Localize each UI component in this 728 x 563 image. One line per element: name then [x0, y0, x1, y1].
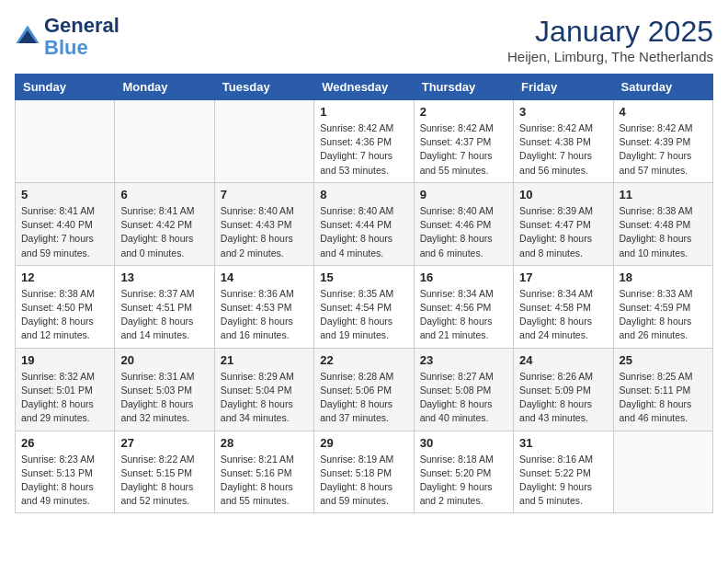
- week-row-5: 26Sunrise: 8:23 AMSunset: 5:13 PMDayligh…: [16, 431, 713, 513]
- day-info: Sunrise: 8:33 AMSunset: 4:59 PMDaylight:…: [620, 287, 707, 343]
- day-info: Sunrise: 8:42 AMSunset: 4:36 PMDaylight:…: [320, 121, 407, 178]
- day-info: Sunrise: 8:40 AMSunset: 4:43 PMDaylight:…: [221, 204, 308, 260]
- day-number: 12: [21, 270, 108, 284]
- day-number: 15: [320, 270, 407, 284]
- calendar-cell: 12Sunrise: 8:38 AMSunset: 4:50 PMDayligh…: [16, 265, 115, 348]
- day-info: Sunrise: 8:26 AMSunset: 5:09 PMDaylight:…: [519, 370, 607, 426]
- calendar-cell: 5Sunrise: 8:41 AMSunset: 4:40 PMDaylight…: [16, 182, 115, 265]
- day-info: Sunrise: 8:27 AMSunset: 5:08 PMDaylight:…: [420, 370, 507, 426]
- day-info: Sunrise: 8:22 AMSunset: 5:15 PMDaylight:…: [120, 453, 208, 509]
- week-row-2: 5Sunrise: 8:41 AMSunset: 4:40 PMDaylight…: [16, 182, 713, 265]
- calendar-cell: 22Sunrise: 8:28 AMSunset: 5:06 PMDayligh…: [314, 348, 414, 431]
- calendar-cell: 18Sunrise: 8:33 AMSunset: 4:59 PMDayligh…: [613, 265, 712, 348]
- weekday-header-thursday: Thursday: [414, 75, 513, 100]
- day-info: Sunrise: 8:35 AMSunset: 4:54 PMDaylight:…: [320, 287, 407, 343]
- calendar-cell: 27Sunrise: 8:22 AMSunset: 5:15 PMDayligh…: [115, 431, 214, 513]
- day-info: Sunrise: 8:31 AMSunset: 5:03 PMDaylight:…: [120, 370, 208, 426]
- day-number: 30: [420, 436, 507, 450]
- weekday-header-wednesday: Wednesday: [314, 75, 414, 100]
- calendar-cell: 3Sunrise: 8:42 AMSunset: 4:38 PMDaylight…: [514, 100, 613, 183]
- calendar-cell: 11Sunrise: 8:38 AMSunset: 4:48 PMDayligh…: [613, 182, 712, 265]
- day-info: Sunrise: 8:32 AMSunset: 5:01 PMDaylight:…: [21, 370, 108, 426]
- day-info: Sunrise: 8:34 AMSunset: 4:56 PMDaylight:…: [420, 287, 507, 343]
- day-info: Sunrise: 8:42 AMSunset: 4:37 PMDaylight:…: [420, 121, 507, 178]
- calendar-cell: 17Sunrise: 8:34 AMSunset: 4:58 PMDayligh…: [514, 265, 613, 348]
- logo-icon: [15, 24, 40, 50]
- calendar-cell: 23Sunrise: 8:27 AMSunset: 5:08 PMDayligh…: [414, 348, 513, 431]
- day-number: 28: [221, 436, 308, 450]
- month-title: January 2025: [507, 15, 713, 49]
- day-number: 18: [620, 270, 707, 284]
- day-number: 2: [420, 105, 507, 119]
- calendar-cell: [115, 100, 214, 183]
- day-info: Sunrise: 8:40 AMSunset: 4:46 PMDaylight:…: [420, 204, 507, 260]
- day-number: 22: [320, 353, 407, 367]
- day-info: Sunrise: 8:42 AMSunset: 4:38 PMDaylight:…: [519, 121, 607, 178]
- weekday-header-row: SundayMondayTuesdayWednesdayThursdayFrid…: [16, 75, 713, 100]
- day-number: 27: [120, 436, 208, 450]
- day-info: Sunrise: 8:41 AMSunset: 4:42 PMDaylight:…: [120, 204, 208, 260]
- day-number: 5: [21, 188, 108, 201]
- day-number: 8: [320, 188, 407, 201]
- day-info: Sunrise: 8:23 AMSunset: 5:13 PMDaylight:…: [21, 453, 108, 509]
- day-number: 6: [120, 188, 208, 201]
- day-number: 4: [620, 105, 707, 119]
- day-number: 14: [221, 270, 308, 284]
- calendar-cell: 6Sunrise: 8:41 AMSunset: 4:42 PMDaylight…: [115, 182, 214, 265]
- calendar-cell: 2Sunrise: 8:42 AMSunset: 4:37 PMDaylight…: [414, 100, 513, 183]
- calendar-cell: 13Sunrise: 8:37 AMSunset: 4:51 PMDayligh…: [115, 265, 214, 348]
- calendar-cell: [613, 431, 712, 513]
- day-info: Sunrise: 8:19 AMSunset: 5:18 PMDaylight:…: [320, 453, 407, 509]
- day-info: Sunrise: 8:18 AMSunset: 5:20 PMDaylight:…: [420, 453, 507, 509]
- day-number: 25: [620, 353, 707, 367]
- day-info: Sunrise: 8:34 AMSunset: 4:58 PMDaylight:…: [519, 287, 607, 343]
- day-number: 9: [420, 188, 507, 201]
- title-block: January 2025 Heijen, Limburg, The Nether…: [507, 15, 713, 64]
- calendar-cell: 10Sunrise: 8:39 AMSunset: 4:47 PMDayligh…: [514, 182, 613, 265]
- logo: General Blue: [15, 15, 119, 59]
- calendar-cell: 15Sunrise: 8:35 AMSunset: 4:54 PMDayligh…: [314, 265, 414, 348]
- weekday-header-saturday: Saturday: [613, 75, 712, 100]
- calendar-cell: 26Sunrise: 8:23 AMSunset: 5:13 PMDayligh…: [16, 431, 115, 513]
- location: Heijen, Limburg, The Netherlands: [507, 49, 713, 64]
- calendar-cell: 31Sunrise: 8:16 AMSunset: 5:22 PMDayligh…: [514, 431, 613, 513]
- day-number: 1: [320, 105, 407, 119]
- calendar-cell: [214, 100, 313, 183]
- calendar-cell: 1Sunrise: 8:42 AMSunset: 4:36 PMDaylight…: [314, 100, 414, 183]
- day-info: Sunrise: 8:25 AMSunset: 5:11 PMDaylight:…: [620, 370, 707, 426]
- calendar-cell: 21Sunrise: 8:29 AMSunset: 5:04 PMDayligh…: [214, 348, 313, 431]
- calendar-cell: 25Sunrise: 8:25 AMSunset: 5:11 PMDayligh…: [613, 348, 712, 431]
- day-info: Sunrise: 8:39 AMSunset: 4:47 PMDaylight:…: [519, 204, 607, 260]
- weekday-header-monday: Monday: [115, 75, 214, 100]
- calendar-cell: 7Sunrise: 8:40 AMSunset: 4:43 PMDaylight…: [214, 182, 313, 265]
- weekday-header-friday: Friday: [514, 75, 613, 100]
- logo-text: General Blue: [44, 15, 119, 59]
- day-number: 3: [519, 105, 607, 119]
- page-header: General Blue January 2025 Heijen, Limbur…: [15, 15, 713, 64]
- day-number: 31: [519, 436, 607, 450]
- week-row-3: 12Sunrise: 8:38 AMSunset: 4:50 PMDayligh…: [16, 265, 713, 348]
- calendar-table: SundayMondayTuesdayWednesdayThursdayFrid…: [15, 74, 713, 513]
- day-info: Sunrise: 8:29 AMSunset: 5:04 PMDaylight:…: [221, 370, 308, 426]
- day-info: Sunrise: 8:21 AMSunset: 5:16 PMDaylight:…: [221, 453, 308, 509]
- day-info: Sunrise: 8:37 AMSunset: 4:51 PMDaylight:…: [120, 287, 208, 343]
- week-row-1: 1Sunrise: 8:42 AMSunset: 4:36 PMDaylight…: [16, 100, 713, 183]
- calendar-cell: 28Sunrise: 8:21 AMSunset: 5:16 PMDayligh…: [214, 431, 313, 513]
- calendar-cell: [16, 100, 115, 183]
- day-number: 19: [21, 353, 108, 367]
- day-number: 13: [120, 270, 208, 284]
- calendar-cell: 20Sunrise: 8:31 AMSunset: 5:03 PMDayligh…: [115, 348, 214, 431]
- day-info: Sunrise: 8:38 AMSunset: 4:50 PMDaylight:…: [21, 287, 108, 343]
- day-number: 21: [221, 353, 308, 367]
- day-info: Sunrise: 8:28 AMSunset: 5:06 PMDaylight:…: [320, 370, 407, 426]
- weekday-header-sunday: Sunday: [16, 75, 115, 100]
- day-info: Sunrise: 8:40 AMSunset: 4:44 PMDaylight:…: [320, 204, 407, 260]
- day-info: Sunrise: 8:41 AMSunset: 4:40 PMDaylight:…: [21, 204, 108, 260]
- calendar-cell: 14Sunrise: 8:36 AMSunset: 4:53 PMDayligh…: [214, 265, 313, 348]
- day-number: 26: [21, 436, 108, 450]
- calendar-cell: 19Sunrise: 8:32 AMSunset: 5:01 PMDayligh…: [16, 348, 115, 431]
- day-number: 11: [620, 188, 707, 201]
- day-info: Sunrise: 8:42 AMSunset: 4:39 PMDaylight:…: [620, 121, 707, 178]
- day-number: 23: [420, 353, 507, 367]
- calendar-cell: 29Sunrise: 8:19 AMSunset: 5:18 PMDayligh…: [314, 431, 414, 513]
